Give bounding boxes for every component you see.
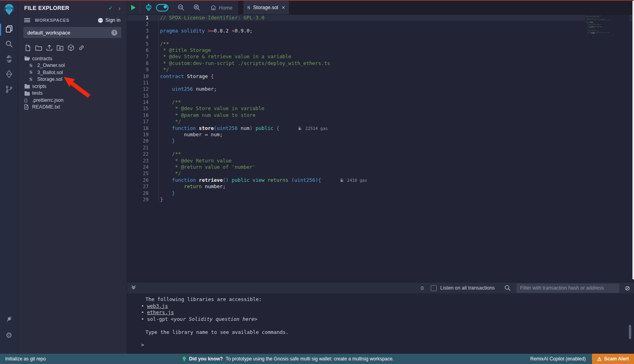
file-tree-item-contracts[interactable]: contracts	[18, 55, 127, 62]
code-line-28[interactable]: }	[159, 190, 634, 196]
link-icon[interactable]	[78, 44, 85, 51]
line-number[interactable]: 11	[127, 80, 158, 86]
sidebar-item-file-explorer[interactable]	[0, 22, 18, 37]
line-number[interactable]: 3	[127, 28, 158, 34]
accept-check-icon[interactable]: ✓	[108, 5, 113, 11]
code-line-3[interactable]: pragma solidity >=0.8.2 <0.9.0;	[159, 28, 634, 34]
minimap[interactable]: // SPDX-License-Identifier: GPL-3.0pragm…	[585, 15, 629, 282]
tab-storage-sol[interactable]: S Storage.sol ×	[243, 1, 289, 14]
line-number[interactable]: 4	[127, 34, 158, 40]
terminal-link[interactable]: ethers.js	[147, 309, 174, 315]
code-line-4[interactable]	[159, 34, 634, 40]
line-number[interactable]: 26	[127, 177, 158, 183]
close-tab-icon[interactable]: ×	[282, 4, 285, 11]
line-number[interactable]: 8	[127, 60, 158, 67]
chevron-right-icon[interactable]: ›	[118, 5, 120, 11]
terminal-scrollbar[interactable]	[629, 325, 631, 339]
terminal-search-icon[interactable]	[504, 285, 511, 291]
line-number[interactable]: 1	[127, 15, 158, 21]
code-line-18[interactable]: function store(uint256 num) public { 225…	[159, 125, 634, 131]
code-line-6[interactable]: * @title Storage	[159, 47, 634, 53]
line-number[interactable]: 27	[127, 183, 158, 190]
transaction-filter-input[interactable]	[516, 284, 619, 293]
file-tree-item-scripts[interactable]: scripts	[18, 83, 127, 90]
code-line-10[interactable]: contract Storage {	[159, 73, 634, 80]
zoom-in-button[interactable]	[189, 1, 205, 14]
line-number[interactable]: 7	[127, 53, 158, 60]
line-number[interactable]: 13	[127, 93, 158, 99]
listen-checkbox[interactable]	[431, 285, 437, 291]
line-number[interactable]: 19	[127, 131, 158, 138]
code-line-25[interactable]: */	[159, 170, 634, 177]
zoom-out-button[interactable]	[173, 1, 189, 14]
cube-icon[interactable]	[67, 44, 74, 51]
code-line-22[interactable]: /**	[159, 151, 634, 157]
code-line-27[interactable]: return number;	[159, 183, 634, 190]
hamburger-menu-icon[interactable]	[24, 18, 30, 23]
code-line-5[interactable]: /**	[159, 41, 634, 47]
sidebar-item-settings[interactable]: ⚙	[0, 328, 18, 343]
code-editor[interactable]: 1234567891011121314151617181920212223242…	[127, 14, 634, 282]
code-line-13[interactable]	[159, 93, 634, 99]
code-line-1[interactable]: // SPDX-License-Identifier: GPL-3.0	[159, 15, 634, 21]
code-line-7[interactable]: * @dev Store & retrieve value in a varia…	[159, 53, 634, 60]
line-number[interactable]: 23	[127, 158, 158, 164]
sidebar-item-solidity-compiler[interactable]	[0, 52, 18, 67]
terminal-prompt[interactable]: >	[141, 342, 634, 349]
code-line-17[interactable]: */	[159, 118, 634, 125]
home-tab-button[interactable]: Home	[205, 5, 238, 11]
terminal-link[interactable]: web3.js	[147, 303, 168, 309]
line-number[interactable]: 29	[127, 196, 158, 203]
git-init-button[interactable]: Initialize as git repo	[5, 356, 46, 362]
new-file-icon[interactable]	[25, 44, 31, 51]
line-number[interactable]: 10	[127, 73, 158, 80]
file-tree-item-3_Ballot.sol[interactable]: S3_Ballot.sol	[18, 69, 127, 76]
code-line-9[interactable]: */	[159, 67, 634, 73]
line-number[interactable]: 17	[127, 118, 158, 125]
run-script-button[interactable]	[127, 1, 140, 14]
clear-console-icon[interactable]: ⊘	[625, 284, 630, 292]
file-tree-item-Storage.sol[interactable]: SStorage.sol	[18, 76, 127, 83]
code-line-2[interactable]	[159, 21, 634, 27]
line-number[interactable]: 22	[127, 151, 158, 157]
code-line-19[interactable]: number = num;	[159, 131, 634, 138]
scam-alert-button[interactable]: ⚠ Scam Alert	[592, 354, 634, 364]
code-line-12[interactable]: uint256 number;	[159, 86, 634, 92]
line-number[interactable]: 5	[127, 41, 158, 47]
file-tree-item-README.txt[interactable]: README.txt	[18, 104, 127, 111]
code-line-11[interactable]	[159, 80, 634, 86]
sidebar-item-search[interactable]	[0, 37, 18, 52]
code-line-23[interactable]: * @dev Return value	[159, 158, 634, 164]
ai-copilot-button[interactable]	[140, 1, 173, 14]
line-number[interactable]: 18	[127, 125, 158, 131]
code-line-26[interactable]: function retrieve() public view returns …	[159, 177, 634, 183]
file-tree-item-.prettierrc.json[interactable]: { }.prettierrc.json	[18, 97, 127, 104]
remix-logo-icon[interactable]	[3, 3, 15, 17]
line-number[interactable]: 2	[127, 21, 158, 27]
code-line-20[interactable]: }	[159, 138, 634, 144]
line-number[interactable]: 9	[127, 67, 158, 73]
upload-folder-icon[interactable]	[57, 44, 63, 51]
line-number[interactable]: 6	[127, 47, 158, 53]
sidebar-item-git[interactable]	[0, 82, 18, 97]
collapse-terminal-icon[interactable]	[131, 284, 136, 292]
code-line-24[interactable]: * @return value of 'number'	[159, 164, 634, 170]
line-number[interactable]: 21	[127, 145, 158, 151]
upload-file-icon[interactable]	[46, 44, 53, 51]
copilot-toggle[interactable]	[156, 4, 168, 11]
line-number[interactable]: 15	[127, 105, 158, 112]
line-number[interactable]: 28	[127, 190, 158, 196]
listen-label[interactable]: Listen on all transactions	[440, 285, 495, 291]
line-number[interactable]: 16	[127, 112, 158, 118]
code-line-14[interactable]: /**	[159, 99, 634, 105]
file-tree-item-tests[interactable]: tests	[18, 90, 127, 97]
copilot-status[interactable]: RemixAI Copilot (enabled)	[530, 356, 586, 362]
code-line-15[interactable]: * @dev Store value in variable	[159, 105, 634, 112]
sidebar-item-plugin-manager[interactable]	[0, 313, 18, 328]
line-number[interactable]: 25	[127, 170, 158, 177]
code-line-8[interactable]: * @custom:dev-run-script ./scripts/deplo…	[159, 60, 634, 67]
code-line-29[interactable]: }	[159, 196, 634, 203]
line-number[interactable]: 20	[127, 138, 158, 144]
new-folder-icon[interactable]	[35, 44, 42, 51]
code-line-16[interactable]: * @param num value to store	[159, 112, 634, 118]
